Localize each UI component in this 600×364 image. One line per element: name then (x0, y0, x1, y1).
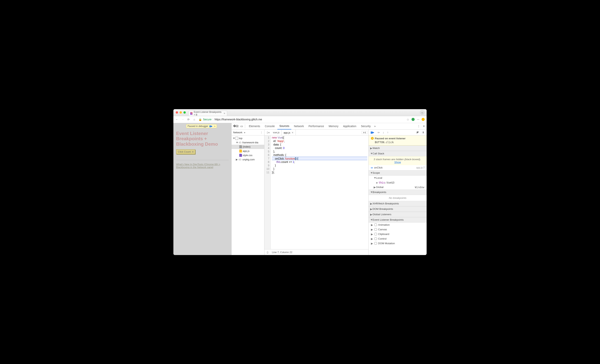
tab-console[interactable]: Console (263, 123, 277, 130)
url-host: https://framework-blackboxing.glitch.me (215, 118, 262, 121)
editor-tab-app[interactable]: app.js ✕ (281, 130, 296, 136)
section-scope[interactable]: ▼Scope (369, 170, 427, 176)
browser-tab[interactable]: Event Listener Breakpoints + B ✕ (188, 111, 227, 116)
tree-domain[interactable]: ▼ framework-bla (232, 140, 264, 145)
close-tab-icon[interactable]: ✕ (291, 131, 294, 134)
event-category-animation[interactable]: ▶Animation (369, 223, 427, 227)
close-window-icon[interactable] (176, 111, 178, 114)
inspect-element-icon[interactable]: ☐ (236, 124, 238, 128)
current-frame-arrow-icon: ➔ (371, 166, 373, 169)
reload-icon[interactable]: ⟳ (187, 118, 190, 121)
tree-file-index[interactable]: (index) (232, 145, 264, 149)
section-watch[interactable]: ▶Watch (369, 146, 427, 151)
braces-icon[interactable]: {} (267, 251, 269, 254)
section-xhr[interactable]: ▶XHR/fetch Breakpoints (369, 201, 427, 206)
line-gutter: 1234567891011 (264, 136, 271, 249)
navigator-tab[interactable]: Network (233, 131, 242, 134)
event-category-dom-mutation[interactable]: ▶DOM Mutation (369, 241, 427, 246)
click-count-button[interactable]: Click Count: 4 (176, 149, 195, 154)
event-category-checkbox[interactable] (375, 233, 377, 235)
event-category-control[interactable]: ▶Control (369, 237, 427, 241)
url-field[interactable]: 🔒 Secure | https://framework-blackboxing… (198, 118, 404, 121)
rendered-page: Paused in debugger ▮▶ ⤼ Event Listener B… (173, 123, 231, 255)
stack-frame-onclick[interactable]: ➔ onClick app.js:7 (369, 165, 427, 170)
event-category-canvas[interactable]: ▶Canvas (369, 227, 427, 232)
tab-network[interactable]: Network (292, 123, 306, 130)
extension-1-icon[interactable] (412, 118, 415, 121)
favicon-icon (190, 112, 193, 115)
back-icon[interactable]: ← (175, 118, 178, 121)
browser-window: Event Listener Breakpoints + B ✕ ◎ ← → ⟳… (173, 109, 427, 255)
extension-more-icon[interactable]: ••• (417, 118, 419, 120)
resume-icon[interactable]: ▮▶ (371, 131, 374, 134)
navigator-overflow-icon[interactable]: » (244, 131, 245, 134)
scope-this[interactable]: ▶ this: Vue$3 (369, 180, 427, 185)
window-controls (176, 111, 186, 114)
scope-local[interactable]: ▼Local (369, 176, 427, 180)
code-area[interactable]: new Vue({ el: '#app', data: { count: 0 }… (271, 136, 368, 249)
event-category-checkbox[interactable] (375, 242, 377, 245)
event-category-checkbox[interactable] (375, 224, 377, 226)
tab-elements[interactable]: Elements (247, 123, 262, 130)
paused-notice: iPaused on event listener BUTTON.click (369, 136, 427, 146)
tab-security[interactable]: Security (359, 123, 373, 130)
debugger-controls: ▮▶ ⤼ ↓ ↑ ◤ ⏸ (369, 130, 427, 136)
address-bar: ← → ⟳ ⌂ 🔒 Secure | https://framework-bla… (173, 116, 427, 123)
blackbox-show-link[interactable]: Show (394, 161, 401, 164)
home-icon[interactable]: ⌂ (193, 118, 196, 121)
file-tree: ▼ top ▼ framework-bla (index) (232, 136, 264, 255)
section-global-listeners[interactable]: ▶Global Listeners (369, 212, 427, 217)
devtools-close-icon[interactable]: ✕ (423, 125, 425, 128)
section-breakpoints[interactable]: ▼Breakpoints (369, 190, 427, 195)
paused-text: Paused in debugger (188, 125, 208, 127)
tab-sources[interactable]: Sources (277, 123, 291, 130)
tab-performance[interactable]: Performance (307, 123, 326, 130)
section-callstack[interactable]: ▼Call Stack (369, 151, 427, 156)
pause-on-exceptions-icon[interactable]: ⏸ (422, 131, 425, 134)
event-category-checkbox[interactable] (375, 237, 377, 240)
debugger-resume-icon[interactable]: ▮▶ (209, 125, 212, 127)
title-bar: Event Listener Breakpoints + B ✕ ◎ (173, 109, 427, 116)
reference-link[interactable]: What's New In DevTools (Chrome 66) > Bla… (176, 163, 220, 169)
editor-nav-icon[interactable]: ▯◂ (265, 131, 271, 134)
close-tab-icon[interactable]: ✕ (224, 112, 225, 115)
tabs-overflow-icon[interactable]: » (374, 125, 376, 128)
info-icon: i (371, 137, 374, 140)
devtools-menu-icon[interactable]: ⋮ (417, 125, 420, 128)
page-heading: Event Listener Breakpoints + Blackboxing… (176, 131, 229, 147)
debugger-panel: ▮▶ ⤼ ↓ ↑ ◤ ⏸ iPaused on event listener B… (369, 130, 427, 255)
step-into-icon[interactable]: ↓ (383, 131, 384, 134)
tree-frame-top[interactable]: ▼ top (232, 136, 264, 140)
extension-2-icon[interactable] (422, 118, 425, 121)
event-category-checkbox[interactable] (375, 228, 377, 231)
forward-icon: → (181, 118, 184, 121)
tab-memory[interactable]: Memory (327, 123, 340, 130)
event-category-clipboard[interactable]: ▶Clipboard (369, 232, 427, 237)
tab-application[interactable]: Application (341, 123, 358, 130)
editor-run-snippet-icon[interactable]: ▶▮ (361, 131, 368, 134)
cloud-icon (239, 141, 242, 144)
bookmark-star-icon[interactable]: ☆ (406, 118, 409, 121)
tree-file-appjs[interactable]: app.js (232, 149, 264, 153)
navigator-menu-icon[interactable]: ⋮ (260, 131, 263, 134)
tree-file-stylecss[interactable]: style.css (232, 153, 264, 157)
tree-cdn[interactable]: ▶ unpkg.com (232, 157, 264, 162)
tab-title: Event Listener Breakpoints + B (194, 111, 222, 116)
device-toolbar-icon[interactable]: ▭ (240, 124, 243, 128)
step-out-icon[interactable]: ↑ (387, 131, 389, 134)
deactivate-breakpoints-icon[interactable]: ◤ (417, 131, 419, 134)
file-navigator: Network » ⋮ ▼ top ▼ framework (232, 130, 264, 255)
profile-avatar-icon[interactable]: ◎ (420, 110, 424, 115)
section-event-listener[interactable]: ▼Event Listener Breakpoints (369, 217, 427, 223)
lock-icon: 🔒 (198, 118, 202, 121)
scope-global[interactable]: ▶Global Window (369, 185, 427, 190)
section-dom[interactable]: ▶DOM Breakpoints (369, 206, 427, 212)
minimize-window-icon[interactable] (179, 111, 182, 114)
step-over-icon[interactable]: ⤼ (377, 131, 380, 134)
debugger-step-icon[interactable]: ⤼ (214, 125, 216, 127)
editor-tab-vue[interactable]: vue.js (271, 130, 281, 136)
zoom-window-icon[interactable] (183, 111, 186, 114)
paused-event-detail: BUTTON.click (375, 141, 424, 144)
devtools: �út ☐ ▭ Elements Console Sources Network… (231, 123, 427, 255)
devtools-tabs: �út ☐ ▭ Elements Console Sources Network… (232, 123, 427, 130)
